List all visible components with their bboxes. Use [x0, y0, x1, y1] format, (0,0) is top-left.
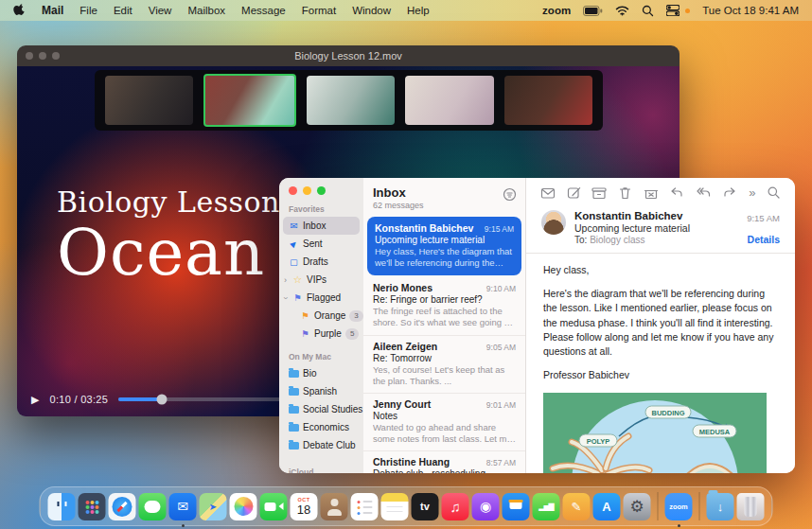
dock-divider — [658, 492, 659, 520]
search-icon[interactable] — [767, 185, 781, 200]
sidebar-item-orange-flag[interactable]: ⚑ Orange 3 — [279, 307, 363, 325]
desktop: Mail File Edit View Mailbox Message Form… — [0, 0, 812, 529]
sidebar-item-inbox[interactable]: ✉ Inbox — [283, 217, 360, 235]
dock-appstore-icon[interactable]: A — [593, 493, 621, 520]
dock-divider — [699, 492, 700, 520]
menu-app-name[interactable]: Mail — [42, 4, 63, 17]
message-row[interactable]: Nerio Mones9:10 AM Re: Fringe or barrier… — [363, 277, 525, 335]
more-toolbar-icon[interactable]: » — [749, 186, 755, 199]
menu-item-mailbox[interactable]: Mailbox — [187, 5, 225, 16]
junk-icon[interactable] — [644, 185, 659, 200]
seekbar-handle[interactable] — [157, 395, 168, 405]
message-row-selected[interactable]: Konstantin Babichev9:15 AM Upcoming lect… — [367, 217, 521, 275]
sidebar-item-flagged[interactable]: › ⚑ Flagged — [279, 289, 363, 307]
details-link[interactable]: Details — [747, 234, 780, 245]
paper-plane-icon: ▶ — [288, 238, 300, 250]
menu-item-help[interactable]: Help — [407, 5, 430, 16]
message-time: 9:15 AM — [485, 224, 514, 234]
message-sender: Konstantin Babichev — [375, 222, 473, 234]
get-mail-icon[interactable] — [540, 185, 556, 200]
video-window-titlebar[interactable]: Biology Lesson 12.mov — [17, 45, 680, 66]
apple-menu-icon[interactable] — [13, 4, 26, 18]
dock-contacts-icon[interactable] — [321, 493, 348, 520]
dock-trash-icon[interactable] — [737, 493, 765, 520]
message-subject: Debate club - rescheduling — [373, 468, 516, 473]
window-traffic-lights[interactable] — [26, 52, 60, 60]
sidebar-item-spanish[interactable]: Spanish — [279, 382, 363, 400]
dock-photos-icon[interactable] — [230, 493, 257, 520]
participant-video-2-active-speaker[interactable] — [203, 74, 295, 127]
dock-messages-icon[interactable] — [139, 493, 167, 520]
sidebar-item-bio[interactable]: Bio — [279, 364, 363, 382]
dock-zoom-icon[interactable]: zoom — [665, 493, 693, 520]
dock-calendar-icon[interactable]: OCT 18 — [291, 493, 318, 520]
play-icon[interactable]: ▶ — [31, 394, 39, 406]
dock-safari-icon[interactable] — [109, 493, 136, 520]
sidebar-item-social-studies[interactable]: Social Studies — [279, 400, 363, 418]
dock-numbers-icon[interactable]: ▂▅▇ — [533, 493, 560, 520]
participant-video-4[interactable] — [405, 76, 493, 125]
message-sender: Nerio Mones — [373, 282, 432, 293]
message-row[interactable]: Aileen Zeigen9:05 AM Re: Tomorrow Yes, o… — [363, 336, 525, 394]
dock-pages-icon[interactable]: ✎ — [563, 493, 591, 520]
message-time: 8:57 AM — [486, 458, 516, 467]
seekbar-fill — [118, 397, 162, 401]
trash-icon[interactable] — [618, 185, 632, 200]
participant-video-5[interactable] — [504, 76, 592, 125]
dock-podcasts-icon[interactable]: ◉ — [472, 493, 500, 520]
sidebar-item-purple-flag[interactable]: ⚑ Purple 5 — [279, 325, 363, 343]
message-row[interactable]: Christine Huang8:57 AM Debate club - res… — [363, 451, 525, 473]
minimize-button[interactable] — [303, 186, 311, 195]
dock-settings-icon[interactable]: ⚙ — [624, 493, 651, 520]
message-row[interactable]: Jenny Court9:01 AM Notes Wanted to go ah… — [363, 394, 525, 451]
detail-recipient-row: To: Biology class — [574, 235, 738, 245]
sidebar-item-drafts[interactable]: ▢ Drafts — [279, 253, 363, 271]
zoom-button[interactable] — [317, 186, 326, 195]
menu-bar-clock[interactable]: Tue Oct 18 9:41 AM — [702, 5, 799, 16]
sender-avatar — [541, 210, 566, 235]
dock-appletv-icon[interactable]: tv — [412, 493, 439, 520]
sidebar-item-debate-club[interactable]: Debate Club — [279, 436, 363, 454]
sidebar-item-label: Orange — [314, 310, 345, 321]
sidebar-item-economics[interactable]: Economics — [279, 418, 363, 436]
icloud-section-label[interactable]: iCloud — [279, 454, 363, 473]
dock-facetime-icon[interactable] — [260, 493, 288, 520]
participant-video-1[interactable] — [105, 76, 193, 125]
participant-video-3[interactable] — [307, 76, 395, 125]
control-center-icon[interactable] — [666, 5, 680, 16]
sidebar-item-sent[interactable]: ▶ Sent — [279, 235, 363, 253]
dock-finder-icon[interactable] — [48, 493, 76, 520]
archive-icon[interactable] — [591, 185, 607, 200]
sidebar-item-vips[interactable]: › ☆ VIPs — [279, 271, 363, 289]
dock-keynote-icon[interactable] — [503, 493, 530, 520]
menu-item-format[interactable]: Format — [302, 5, 336, 16]
chevron-down-icon[interactable]: › — [281, 294, 291, 301]
dock-mail-icon[interactable]: ✉ — [169, 493, 197, 520]
chevron-right-icon[interactable]: › — [282, 275, 289, 285]
dock-launchpad-icon[interactable] — [79, 493, 106, 520]
battery-icon[interactable] — [583, 6, 603, 16]
dock-downloads-folder-icon[interactable]: ↓ — [707, 493, 734, 520]
forward-icon[interactable] — [722, 185, 737, 199]
message-body: Hey class, Here's the diagram that we'll… — [526, 254, 795, 473]
inbox-envelope-icon: ✉ — [289, 221, 299, 231]
orange-flag-icon: ⚑ — [300, 311, 310, 321]
wifi-icon[interactable] — [615, 6, 629, 16]
menu-item-edit[interactable]: Edit — [114, 5, 132, 16]
reply-icon[interactable] — [669, 185, 684, 199]
spotlight-search-icon[interactable] — [642, 5, 654, 17]
compose-icon[interactable] — [567, 185, 581, 200]
menu-item-window[interactable]: Window — [352, 5, 391, 16]
dock-reminders-icon[interactable] — [351, 493, 379, 520]
dock-notes-icon[interactable] — [381, 493, 409, 520]
message-count: 62 messages — [373, 201, 516, 210]
reply-all-icon[interactable] — [696, 185, 712, 199]
zoom-status-item[interactable]: zoom — [542, 5, 571, 16]
menu-item-view[interactable]: View — [149, 5, 172, 16]
dock-music-icon[interactable]: ♫ — [442, 493, 469, 520]
dock-maps-icon[interactable]: ➤ — [200, 493, 227, 520]
close-button[interactable] — [289, 186, 297, 195]
filter-icon[interactable] — [503, 187, 517, 205]
menu-item-file[interactable]: File — [79, 5, 97, 16]
menu-item-message[interactable]: Message — [241, 5, 286, 16]
